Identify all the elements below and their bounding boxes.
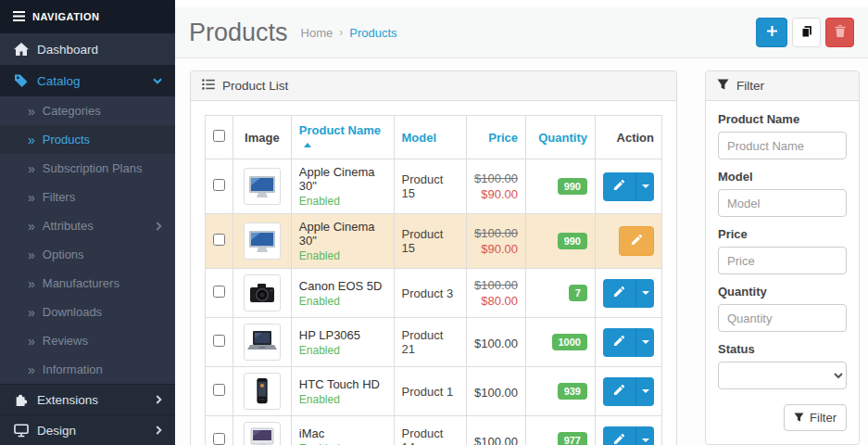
edit-split-button [603, 377, 654, 406]
pencil-icon [613, 384, 625, 399]
item-icon [13, 43, 29, 56]
subitem-label: Filters [43, 190, 75, 204]
sidebar-subitem[interactable]: Subscription Plans [0, 154, 175, 183]
sidebar-subitem[interactable]: Downloads [0, 298, 175, 326]
subitem-label: Options [43, 248, 84, 261]
filter-input[interactable] [718, 189, 847, 217]
filter-field: Quantity [718, 285, 847, 332]
pencil-icon [613, 335, 625, 350]
add-new-button[interactable] [756, 18, 787, 47]
column-header-product-name-label: Product Name [299, 123, 381, 137]
sidebar-item[interactable]: Extensions [0, 384, 175, 414]
product-status: Enabled [299, 442, 386, 445]
plus-icon [766, 25, 778, 40]
edit-button-active[interactable] [619, 226, 654, 256]
column-header-price[interactable]: Price [488, 131, 518, 145]
product-model: Product 14 [402, 426, 444, 445]
sidebar-subitem[interactable]: Options [0, 240, 175, 269]
subitem-label: Products [43, 133, 90, 146]
filter-input[interactable] [718, 247, 847, 274]
quantity-badge: 1000 [552, 334, 587, 350]
sidebar-header: NAVIGATION [0, 0, 175, 33]
row-checkbox[interactable] [213, 179, 225, 191]
filter-button[interactable]: Filter [784, 404, 847, 431]
caret-down-icon [642, 439, 649, 442]
product-list-body: Image Product Name Model Price Quantity … [191, 101, 676, 445]
edit-button[interactable] [603, 328, 635, 357]
breadcrumb-home-link[interactable]: Home [301, 26, 333, 40]
dropdown-toggle-button[interactable] [635, 377, 654, 406]
row-checkbox[interactable] [213, 433, 225, 445]
product-name: iMac [299, 426, 386, 440]
product-model: Product 15 [402, 227, 444, 255]
toolbar [756, 18, 854, 47]
filter-field: Price [718, 227, 847, 274]
filter-button-label: Filter [810, 411, 837, 425]
pencil-icon [613, 286, 625, 300]
sidebar-subitem[interactable]: Reviews [0, 326, 175, 355]
pencil-icon [631, 234, 643, 248]
sidebar-subitem[interactable]: Categories [0, 96, 175, 125]
product-thumbnail [244, 222, 281, 260]
table-row: HP LP3065 Enabled Product 21 $100.00 [206, 318, 662, 367]
column-header-quantity[interactable]: Quantity [538, 131, 587, 145]
row-checkbox[interactable] [213, 286, 225, 298]
main-content: Products Home › Products Product List [175, 0, 868, 445]
sidebar-item[interactable]: Dashboard [0, 33, 175, 65]
edit-split-button [603, 279, 654, 308]
product-name: Canon EOS 5D [299, 279, 386, 293]
top-strip [175, 0, 868, 7]
edit-button[interactable] [603, 172, 635, 201]
product-table: Image Product Name Model Price Quantity … [205, 115, 662, 445]
dropdown-toggle-button[interactable] [635, 279, 654, 308]
sidebar-subitem[interactable]: Manufacturers [0, 269, 175, 298]
status-select[interactable] [718, 362, 847, 389]
pencil-icon [613, 179, 625, 194]
column-header-product-name[interactable]: Product Name [299, 123, 381, 151]
filter-field: Product Name [718, 112, 847, 159]
subitem-label: Reviews [43, 334, 88, 348]
filter-field: Status [718, 342, 847, 389]
chevron-icon [153, 78, 162, 84]
sidebar-bottom-menu: Extensions Design [0, 384, 175, 445]
delete-button[interactable] [825, 18, 854, 47]
row-checkbox[interactable] [213, 335, 225, 347]
copy-button[interactable] [792, 18, 821, 47]
sidebar-subitem[interactable]: Products [0, 125, 175, 154]
sidebar-item[interactable]: Design [0, 414, 175, 445]
column-header-model[interactable]: Model [402, 131, 437, 145]
edit-button[interactable] [603, 426, 635, 445]
page-header: Products Home › Products [175, 7, 868, 58]
angle-double-right-icon [28, 104, 35, 119]
product-price-new: $90.00 [474, 242, 518, 256]
edit-button[interactable] [603, 279, 635, 308]
filter-field: Model [718, 170, 847, 217]
dropdown-toggle-button[interactable] [635, 426, 654, 445]
sidebar-subitem[interactable]: Filters [0, 183, 175, 211]
funnel-icon [717, 79, 729, 93]
item-label: Dashboard [37, 43, 98, 57]
filter-input[interactable] [718, 304, 847, 332]
edit-button[interactable] [603, 377, 635, 406]
angle-double-right-icon [28, 305, 35, 320]
filter-actions: Filter [718, 404, 847, 431]
row-checkbox[interactable] [213, 384, 225, 396]
sidebar-subitem[interactable]: Attributes [0, 211, 175, 240]
breadcrumb-products-link[interactable]: Products [349, 26, 396, 40]
sidebar-item[interactable]: Catalog [0, 65, 175, 96]
item-label: Catalog [37, 74, 81, 88]
filter-input[interactable] [718, 132, 847, 159]
column-header-action: Action [595, 116, 661, 159]
caret-down-icon [642, 389, 649, 393]
catalog-submenu: Categories Products Subscription Plans [0, 96, 175, 384]
select-all-checkbox[interactable] [213, 130, 225, 142]
dropdown-toggle-button[interactable] [635, 328, 654, 357]
pencil-icon [613, 433, 625, 445]
filter-header: Filter [706, 71, 859, 101]
row-checkbox[interactable] [213, 234, 225, 246]
sidebar-subitem[interactable]: Information [0, 355, 175, 384]
copy-icon [800, 25, 813, 41]
product-name: Apple Cinema 30" [299, 220, 386, 248]
dropdown-toggle-button[interactable] [635, 172, 654, 201]
product-thumbnail [244, 324, 281, 361]
